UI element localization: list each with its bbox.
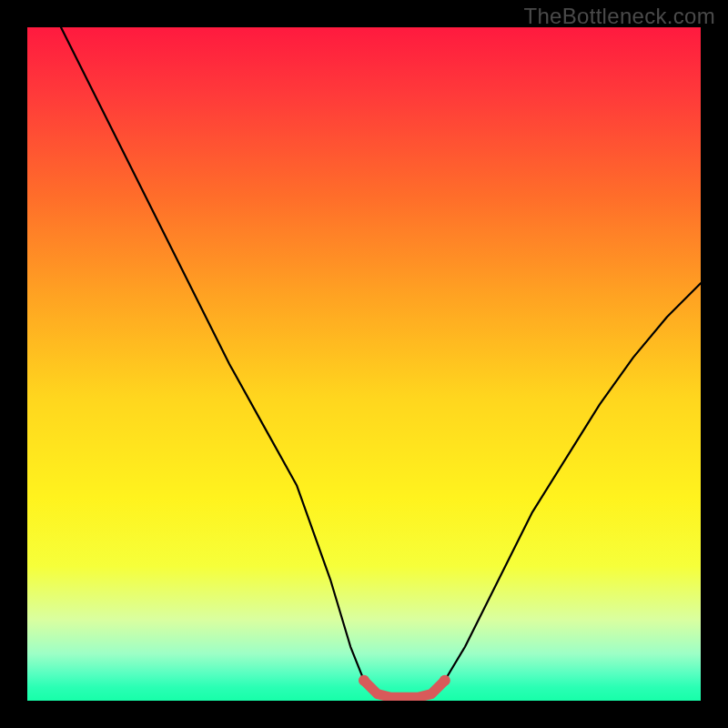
curve-layer — [27, 27, 701, 701]
bottleneck-curve — [61, 27, 701, 697]
optimal-range-end-dot — [440, 675, 450, 686]
optimal-range-highlight — [364, 681, 445, 698]
optimal-range-start-dot — [359, 675, 369, 686]
chart-frame: TheBottleneck.com — [0, 0, 728, 728]
plot-area — [27, 27, 701, 701]
watermark-text: TheBottleneck.com — [523, 4, 715, 29]
